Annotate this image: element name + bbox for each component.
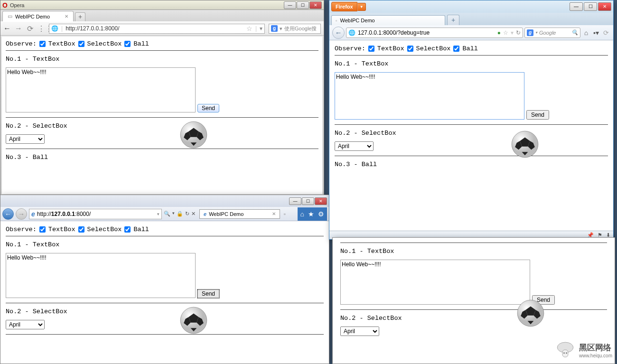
address-bar[interactable]: 🌐 127.0.0.1:8000/?debug=true ● ☆ ▾ ↻: [346, 28, 523, 38]
browser-tab[interactable]: ▫ WebIPC Demo: [331, 15, 445, 25]
search-box[interactable]: g ▾ 使用Google搜: [269, 24, 321, 34]
selectbox-checkbox[interactable]: [407, 46, 413, 52]
reload-icon[interactable]: ↻: [516, 29, 521, 36]
reload-button[interactable]: ⟳: [26, 24, 34, 33]
month-select[interactable]: April: [6, 134, 45, 144]
month-select[interactable]: April: [340, 327, 379, 336]
checkbox-label: Ball: [133, 40, 149, 47]
svg-marker-16: [526, 307, 536, 316]
back-button[interactable]: ←: [3, 24, 11, 33]
svg-marker-2: [184, 131, 191, 140]
wand-button[interactable]: ⋮⋮: [37, 24, 45, 33]
address-bar[interactable]: e http://127.0.0.1:8000/ ▾: [29, 209, 162, 219]
minimize-button[interactable]: —: [284, 1, 296, 9]
back-button[interactable]: ←: [332, 27, 345, 39]
minimize-button[interactable]: —: [570, 2, 583, 11]
globe-icon: 🌐: [348, 29, 355, 36]
close-button[interactable]: ✕: [315, 197, 327, 205]
checkbox-label: TextBox: [48, 226, 75, 233]
browser-tab[interactable]: e WebIPC Demo ✕: [199, 209, 280, 219]
dropdown-icon[interactable]: ▾: [260, 25, 262, 32]
search-box[interactable]: g ▾ Google 🔍: [524, 28, 580, 38]
svg-rect-21: [562, 350, 568, 357]
home-icon[interactable]: ⌂: [582, 29, 590, 37]
month-select[interactable]: April: [6, 320, 45, 329]
back-button[interactable]: ←: [2, 208, 14, 220]
svg-marker-12: [515, 141, 522, 150]
ie-icon: e: [204, 211, 206, 217]
search-icon[interactable]: 🔍: [164, 211, 170, 217]
checkbox-label: SelectBox: [87, 226, 122, 233]
watermark-url: www.heiqu.com: [579, 353, 612, 358]
textbox-checkbox[interactable]: [39, 226, 46, 233]
watermark-text: 黑区网络: [579, 342, 612, 353]
close-button[interactable]: ✕: [598, 2, 611, 11]
ball-checkbox[interactable]: [124, 226, 131, 233]
new-tab-button[interactable]: +: [75, 12, 85, 21]
new-tab-button[interactable]: +: [447, 15, 459, 25]
url-text: http://127.0.0.1:8000/: [37, 211, 155, 217]
tools-icon[interactable]: ⚙: [318, 210, 324, 218]
status-icon: ●: [497, 29, 501, 36]
month-select[interactable]: April: [335, 141, 374, 151]
close-tab-icon[interactable]: ✕: [65, 14, 68, 19]
maximize-button[interactable]: ☐: [297, 1, 309, 9]
ball-checkbox[interactable]: [453, 46, 459, 52]
textbox-checkbox[interactable]: [39, 41, 46, 47]
svg-point-22: [563, 353, 565, 354]
bookmark-star-icon[interactable]: ☆: [503, 29, 508, 36]
selectbox-checkbox[interactable]: [78, 41, 84, 47]
refresh-icon[interactable]: ↻: [185, 211, 189, 217]
section-title: No.1 - TextBox: [340, 248, 607, 255]
close-button[interactable]: ✕: [309, 1, 322, 9]
bookmark-star-icon[interactable]: ☆: [246, 25, 252, 32]
maximize-button[interactable]: ☐: [584, 2, 597, 11]
bookmarks-icon[interactable]: ▪▾: [592, 29, 600, 37]
section-title: No.1 - TextBox: [335, 60, 608, 67]
url-text: 127.0.0.1:8000/?debug=true: [358, 29, 495, 36]
minimize-button[interactable]: —: [289, 197, 301, 205]
close-tab-icon[interactable]: ✕: [272, 211, 276, 216]
forward-button[interactable]: →: [16, 208, 27, 220]
section-title: No.2 - SelectBox: [6, 122, 318, 130]
search-placeholder: Google: [539, 30, 556, 36]
tab-title: WebIPC Demo: [15, 14, 50, 19]
checkbox-label: TextBox: [377, 45, 404, 52]
svg-marker-14: [522, 152, 528, 155]
ball-checkbox[interactable]: [124, 41, 131, 47]
search-icon[interactable]: 🔍: [571, 29, 578, 36]
svg-marker-3: [196, 131, 204, 140]
home-icon[interactable]: ⌂: [300, 210, 304, 218]
dropdown-icon[interactable]: ▾: [280, 26, 282, 32]
message-textbox[interactable]: [335, 72, 524, 120]
new-tab-button[interactable]: ▫: [280, 211, 290, 217]
browser-tab[interactable]: ▭ WebIPC Demo ✕: [2, 11, 74, 21]
favorites-icon[interactable]: ★: [308, 210, 314, 218]
firefox-toolbar: ← 🌐 127.0.0.1:8000/?debug=true ● ☆ ▾ ↻ g…: [329, 25, 613, 40]
url-text: http://127.0.0.1:8000/: [65, 25, 243, 32]
textbox-checkbox[interactable]: [368, 46, 374, 52]
firefox-menu-button[interactable]: Firefox: [331, 2, 357, 11]
send-button[interactable]: Send: [197, 289, 219, 298]
message-textbox[interactable]: [6, 67, 196, 112]
stop-icon[interactable]: ✕: [191, 211, 196, 217]
address-bar[interactable]: 🌐 | http://127.0.0.1:8000/ ☆ | ▾: [49, 24, 265, 34]
ie-titlebar: — ☐ ✕: [0, 195, 329, 207]
dropdown-icon[interactable]: ▾: [157, 212, 159, 216]
page-content: Observe: TextBox SelectBox Ball No.1 - T…: [2, 222, 327, 362]
message-textbox[interactable]: [6, 253, 196, 298]
ie-toolbar: ← → e http://127.0.0.1:8000/ ▾ 🔍 ▾ 🔒 ↻ ✕…: [0, 207, 329, 221]
send-button[interactable]: Send: [526, 110, 549, 120]
sync-icon[interactable]: ⟳: [602, 29, 610, 37]
opera-tabbar: ▭ WebIPC Demo ✕ +: [0, 10, 324, 21]
google-icon: g: [527, 29, 533, 36]
maximize-button[interactable]: ☐: [302, 197, 314, 205]
forward-button[interactable]: →: [15, 24, 22, 33]
firefox-menu-dropdown[interactable]: ▼: [357, 3, 366, 11]
send-button[interactable]: Send: [532, 295, 555, 305]
selectbox-checkbox[interactable]: [78, 226, 84, 233]
page-icon: ▭: [8, 13, 12, 19]
message-textbox[interactable]: [340, 260, 530, 305]
dropdown-icon[interactable]: ▾: [172, 211, 175, 217]
send-button[interactable]: Send: [197, 104, 219, 112]
